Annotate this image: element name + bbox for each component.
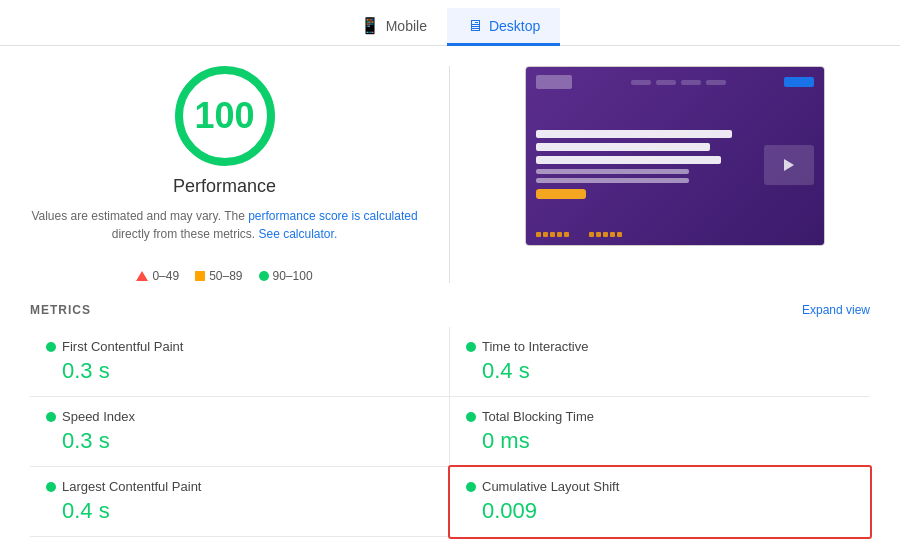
fake-cta-btn: [784, 77, 814, 87]
desc-text: Values are estimated and may vary. The: [31, 209, 244, 223]
legend-red: 0–49: [136, 269, 179, 283]
tabs-bar: 📱 Mobile 🖥 Desktop: [0, 0, 900, 46]
main-content: 100 Performance Values are estimated and…: [0, 46, 900, 293]
star-6: [589, 232, 594, 237]
page-wrapper: 📱 Mobile 🖥 Desktop 100 Performance Value…: [0, 0, 900, 546]
metric-cell-si: Speed Index0.3 s: [30, 397, 450, 467]
metric-cell-lcp: Largest Contentful Paint0.4 s: [30, 467, 450, 537]
metric-name-row-si: Speed Index: [46, 409, 433, 424]
h1-line-2: [536, 143, 710, 151]
play-icon: [784, 159, 794, 171]
tab-desktop-label: Desktop: [489, 18, 540, 34]
h1-line-1: [536, 130, 732, 138]
metric-dot-cls: [466, 482, 476, 492]
fake-orange-btn: [536, 189, 586, 199]
metrics-header: METRICS Expand view: [30, 303, 870, 317]
fake-nav-links: [631, 80, 726, 85]
star-1: [536, 232, 541, 237]
metric-name-label-tti: Time to Interactive: [482, 339, 588, 354]
orange-square-icon: [195, 271, 205, 281]
metric-value-fcp: 0.3 s: [62, 358, 433, 384]
expand-view-button[interactable]: Expand view: [802, 303, 870, 317]
score-number: 100: [194, 95, 254, 137]
fake-link-2: [656, 80, 676, 85]
metric-name-row-tbt: Total Blocking Time: [466, 409, 854, 424]
metric-name-row-cls: Cumulative Layout Shift: [466, 479, 854, 494]
star-8: [603, 232, 608, 237]
star-row-2: [589, 232, 622, 237]
metric-name-row-tti: Time to Interactive: [466, 339, 854, 354]
tab-mobile[interactable]: 📱 Mobile: [340, 8, 447, 46]
star-10: [617, 232, 622, 237]
h1-line-3: [536, 156, 721, 164]
star-5: [564, 232, 569, 237]
tab-mobile-label: Mobile: [386, 18, 427, 34]
star-7: [596, 232, 601, 237]
fake-hero: [536, 105, 814, 224]
tab-desktop[interactable]: 🖥 Desktop: [447, 8, 560, 46]
legend-orange-label: 50–89: [209, 269, 242, 283]
metric-dot-tti: [466, 342, 476, 352]
star-9: [610, 232, 615, 237]
score-wrapper: 100 Performance Values are estimated and…: [30, 66, 419, 257]
score-circle: 100: [175, 66, 275, 166]
fake-stars: [536, 232, 814, 237]
star-2: [543, 232, 548, 237]
screenshot-inner: [526, 67, 824, 245]
left-panel: 100 Performance Values are estimated and…: [30, 66, 450, 283]
metric-dot-fcp: [46, 342, 56, 352]
metric-name-label-fcp: First Contentful Paint: [62, 339, 183, 354]
metric-dot-tbt: [466, 412, 476, 422]
legend-orange: 50–89: [195, 269, 242, 283]
star-3: [550, 232, 555, 237]
right-panel: [470, 66, 870, 283]
red-triangle-icon: [136, 271, 148, 281]
metric-value-lcp: 0.4 s: [62, 498, 433, 524]
metric-name-label-si: Speed Index: [62, 409, 135, 424]
metric-value-tti: 0.4 s: [482, 358, 854, 384]
metric-name-label-cls: Cumulative Layout Shift: [482, 479, 619, 494]
fake-link-4: [706, 80, 726, 85]
legend-red-label: 0–49: [152, 269, 179, 283]
star-row-1: [536, 232, 569, 237]
metric-value-si: 0.3 s: [62, 428, 433, 454]
metric-value-tbt: 0 ms: [482, 428, 854, 454]
metric-name-row-fcp: First Contentful Paint: [46, 339, 433, 354]
fake-nav: [536, 75, 814, 89]
metric-cell-fcp: First Contentful Paint0.3 s: [30, 327, 450, 397]
perf-score-link[interactable]: performance score is calculated: [248, 209, 417, 223]
metric-name-label-lcp: Largest Contentful Paint: [62, 479, 201, 494]
performance-label: Performance: [173, 176, 276, 197]
metric-cell-cls: Cumulative Layout Shift0.009: [448, 465, 872, 539]
mobile-icon: 📱: [360, 16, 380, 35]
fake-logo: [536, 75, 572, 89]
sub-line-1: [536, 169, 689, 174]
desc-mid: directly from these metrics.: [112, 227, 255, 241]
fake-hero-text: [536, 130, 754, 199]
metric-name-row-lcp: Largest Contentful Paint: [46, 479, 433, 494]
metric-name-label-tbt: Total Blocking Time: [482, 409, 594, 424]
legend-green: 90–100: [259, 269, 313, 283]
sub-line-2: [536, 178, 689, 183]
metric-dot-si: [46, 412, 56, 422]
metrics-title: METRICS: [30, 303, 91, 317]
fake-video: [764, 145, 814, 185]
metric-dot-lcp: [46, 482, 56, 492]
star-4: [557, 232, 562, 237]
fake-link-1: [631, 80, 651, 85]
fake-link-3: [681, 80, 701, 85]
calc-link[interactable]: See calculator.: [259, 227, 338, 241]
desktop-icon: 🖥: [467, 17, 483, 35]
screenshot-preview: [525, 66, 825, 246]
metric-value-cls: 0.009: [482, 498, 854, 524]
metrics-section: METRICS Expand view First Contentful Pai…: [0, 293, 900, 546]
metrics-grid: First Contentful Paint0.3 sTime to Inter…: [30, 327, 870, 537]
legend-green-label: 90–100: [273, 269, 313, 283]
metric-cell-tti: Time to Interactive0.4 s: [450, 327, 870, 397]
score-description: Values are estimated and may vary. The p…: [31, 207, 417, 243]
legend: 0–49 50–89 90–100: [30, 269, 419, 283]
green-circle-icon: [259, 271, 269, 281]
metric-cell-tbt: Total Blocking Time0 ms: [450, 397, 870, 467]
